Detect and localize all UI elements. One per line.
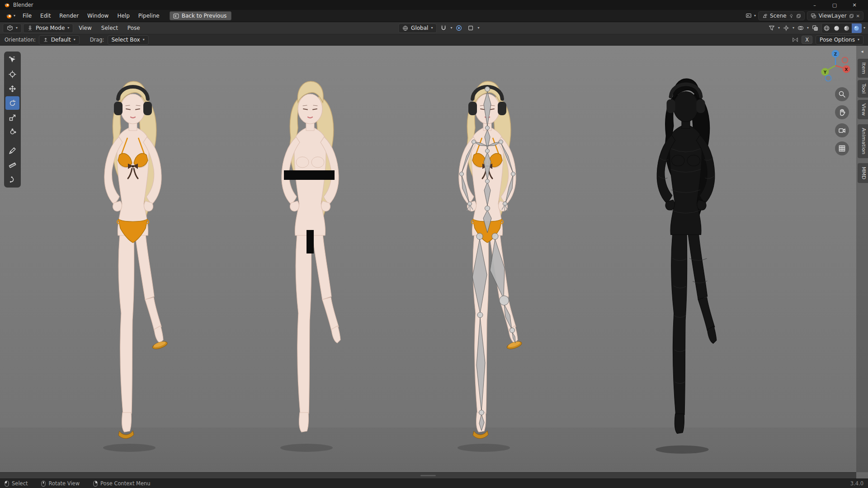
orientation-dropdown[interactable]: Default ▾: [39, 35, 80, 45]
transform-orientation-selector[interactable]: Global ▾: [398, 23, 437, 33]
axis-x-label: X: [845, 67, 848, 72]
close-button[interactable]: ✕: [844, 0, 864, 10]
tab-item[interactable]: Item: [858, 59, 868, 78]
app-menu-button[interactable]: ▾: [3, 12, 18, 20]
timeline-resize-grip[interactable]: [420, 475, 436, 476]
chevron-down-icon[interactable]: ▾: [807, 26, 809, 30]
hint-select: Select: [5, 480, 28, 487]
tool-cursor[interactable]: [5, 67, 19, 81]
editor-type-button[interactable]: ▾: [3, 23, 22, 33]
viewport-3d[interactable]: Z Y X ◂ Item Tool: [0, 46, 868, 479]
mouse-left-icon: [5, 480, 9, 487]
shading-rendered-button[interactable]: [852, 23, 862, 33]
pose-options-dropdown[interactable]: Pose Options ▾: [816, 35, 863, 45]
close-icon[interactable]: ✕: [856, 14, 860, 19]
toolbar-separator: [5, 140, 19, 143]
new-copy-icon[interactable]: [796, 14, 801, 19]
tool-select-box[interactable]: [5, 53, 19, 66]
new-copy-icon[interactable]: [849, 14, 854, 19]
drag-dropdown[interactable]: Select Box ▾: [108, 35, 149, 45]
camera-view-button[interactable]: [835, 123, 849, 137]
back-to-previous-button[interactable]: Back to Previous: [170, 11, 232, 20]
scene-selector[interactable]: Scene: [758, 11, 805, 20]
axis-neg-z-ball[interactable]: [826, 75, 831, 81]
menu-render[interactable]: Render: [55, 11, 83, 20]
view-menu[interactable]: View: [75, 23, 95, 33]
shading-material-button[interactable]: [842, 23, 852, 33]
model-censored[interactable]: [280, 81, 345, 452]
scene-icon: [762, 13, 768, 19]
sidebar-collapse-arrow-icon[interactable]: ◂: [856, 47, 868, 56]
hint-select-label: Select: [12, 480, 28, 487]
hint-pose-context-menu: Pose Context Menu: [93, 480, 151, 487]
menu-window[interactable]: Window: [83, 11, 113, 20]
zoom-button[interactable]: [835, 87, 849, 101]
proportional-edit-toggle[interactable]: [454, 23, 464, 33]
proportional-falloff-button[interactable]: [466, 23, 476, 33]
status-bar: Select Rotate View Pose Context Menu 3.4…: [0, 479, 868, 488]
top-menu-bar: ▾ File Edit Render Window Help Pipeline …: [0, 10, 868, 22]
snap-toggle[interactable]: [439, 23, 448, 33]
menu-edit[interactable]: Edit: [36, 11, 55, 20]
menu-file[interactable]: File: [19, 11, 36, 20]
hand-icon: [838, 108, 846, 116]
shading-solid-button[interactable]: [832, 23, 842, 33]
view-layer-label: ViewLayer: [819, 13, 847, 19]
axis-y-label: Y: [823, 70, 827, 75]
orientation-dropdown-value: Default: [51, 37, 71, 43]
model-wireframe[interactable]: [656, 79, 722, 454]
snap-settings-chevron[interactable]: ▾: [450, 26, 452, 30]
chevron-down-icon[interactable]: ▾: [793, 26, 794, 30]
visibility-filter-button[interactable]: [767, 23, 777, 33]
view-layer-icon: [811, 13, 816, 19]
pose-menu[interactable]: Pose: [123, 23, 144, 33]
tab-view[interactable]: View: [858, 100, 868, 119]
tool-rotate[interactable]: [5, 96, 19, 110]
browse-scene-icon[interactable]: [745, 13, 752, 19]
hint-rotate-view-label: Rotate View: [48, 480, 80, 487]
camera-icon: [838, 127, 846, 134]
maximize-button[interactable]: ▢: [825, 0, 844, 10]
perspective-toggle-button[interactable]: [835, 141, 849, 155]
shading-wireframe-button[interactable]: [822, 23, 832, 33]
tool-pose-breakdowner[interactable]: [5, 173, 19, 186]
model-bikini[interactable]: [103, 81, 168, 452]
pose-options-label: Pose Options: [820, 37, 855, 43]
chevron-down-icon[interactable]: ▾: [477, 26, 479, 30]
hint-rotate-view: Rotate View: [41, 480, 80, 487]
xray-toggle[interactable]: [810, 23, 820, 33]
select-menu[interactable]: Select: [97, 23, 122, 33]
view-layer-selector[interactable]: ViewLayer ✕: [807, 11, 863, 20]
viewport-nav-buttons: [835, 87, 849, 155]
editor-3d-viewport-icon: [7, 25, 13, 31]
show-overlays-toggle[interactable]: [796, 23, 806, 33]
tool-move[interactable]: [5, 82, 19, 95]
material-sphere-icon: [843, 25, 850, 32]
falloff-cube-icon: [467, 25, 474, 31]
mirror-x-toggle[interactable]: X: [802, 36, 812, 44]
viewport-canvas[interactable]: [0, 46, 868, 479]
axis-neg-x-ball[interactable]: [842, 57, 848, 63]
pin-icon[interactable]: [789, 14, 794, 19]
overlays-icon: [797, 25, 804, 31]
tool-measure[interactable]: [5, 158, 19, 172]
chevron-down-icon[interactable]: ▾: [754, 14, 756, 18]
tab-animation[interactable]: Animation: [858, 124, 868, 158]
tool-transform[interactable]: [5, 125, 19, 139]
pan-button[interactable]: [835, 105, 849, 119]
chevron-down-icon[interactable]: ▾: [778, 26, 780, 30]
shading-options-chevron[interactable]: ▾: [863, 26, 865, 30]
minimize-button[interactable]: –: [805, 0, 825, 10]
tab-tool[interactable]: Tool: [858, 80, 868, 98]
tab-mmd[interactable]: MMD: [858, 163, 868, 183]
mode-selector[interactable]: Pose Mode ▾: [23, 23, 73, 33]
model-armature[interactable]: [458, 81, 523, 452]
timeline-collapsed[interactable]: [0, 472, 856, 479]
axis-navigation-gizmo[interactable]: Z Y X: [818, 48, 854, 84]
menu-help[interactable]: Help: [113, 11, 133, 20]
menu-pipeline[interactable]: Pipeline: [134, 11, 164, 20]
show-gizmo-toggle[interactable]: [781, 23, 791, 33]
tool-scale[interactable]: [5, 111, 19, 124]
scene-layer-selectors: ▾ Scene ViewLa: [745, 11, 865, 20]
tool-annotate[interactable]: [5, 144, 19, 157]
